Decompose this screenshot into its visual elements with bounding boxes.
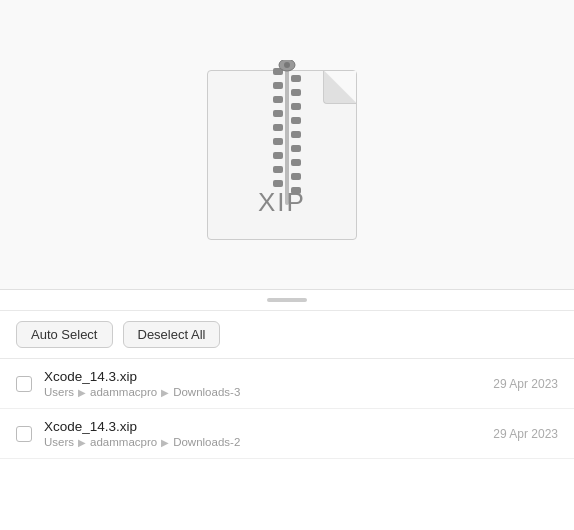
svg-rect-10: [291, 75, 301, 82]
file-info: Xcode_14.3.xipUsers▶adammacpro▶Downloads…: [44, 369, 481, 398]
xip-file-icon: XIP: [207, 50, 367, 240]
path-separator: ▶: [161, 387, 169, 398]
svg-rect-16: [291, 159, 301, 166]
path-separator: ▶: [161, 437, 169, 448]
file-date: 29 Apr 2023: [493, 377, 558, 391]
path-separator: ▶: [78, 387, 86, 398]
svg-rect-11: [291, 89, 301, 96]
svg-point-20: [284, 62, 290, 68]
resize-handle[interactable]: [0, 290, 574, 311]
svg-rect-4: [273, 110, 283, 117]
svg-rect-12: [291, 103, 301, 110]
path-separator: ▶: [78, 437, 86, 448]
svg-rect-17: [291, 173, 301, 180]
handle-bar: [267, 298, 307, 302]
path-segment: Downloads-3: [173, 386, 240, 398]
path-segment: Users: [44, 386, 74, 398]
svg-rect-3: [273, 96, 283, 103]
file-list: Xcode_14.3.xipUsers▶adammacpro▶Downloads…: [0, 359, 574, 459]
file-path: Users▶adammacpro▶Downloads-3: [44, 386, 481, 398]
svg-rect-9: [273, 180, 283, 187]
zipper-icon: [268, 60, 306, 205]
path-segment: adammacpro: [90, 386, 157, 398]
svg-rect-0: [285, 60, 289, 205]
path-segment: Downloads-2: [173, 436, 240, 448]
svg-rect-5: [273, 124, 283, 131]
file-name: Xcode_14.3.xip: [44, 369, 481, 384]
file-item: Xcode_14.3.xipUsers▶adammacpro▶Downloads…: [0, 409, 574, 459]
svg-rect-13: [291, 117, 301, 124]
path-segment: adammacpro: [90, 436, 157, 448]
toolbar: Auto Select Deselect All: [0, 311, 574, 359]
file-path: Users▶adammacpro▶Downloads-2: [44, 436, 481, 448]
file-info: Xcode_14.3.xipUsers▶adammacpro▶Downloads…: [44, 419, 481, 448]
path-segment: Users: [44, 436, 74, 448]
file-date: 29 Apr 2023: [493, 427, 558, 441]
file-checkbox[interactable]: [16, 426, 32, 442]
svg-rect-8: [273, 166, 283, 173]
file-item: Xcode_14.3.xipUsers▶adammacpro▶Downloads…: [0, 359, 574, 409]
svg-rect-2: [273, 82, 283, 89]
svg-rect-15: [291, 145, 301, 152]
deselect-all-button[interactable]: Deselect All: [123, 321, 221, 348]
file-icon-area: XIP: [0, 0, 574, 290]
auto-select-button[interactable]: Auto Select: [16, 321, 113, 348]
xip-label: XIP: [207, 187, 357, 218]
file-name: Xcode_14.3.xip: [44, 419, 481, 434]
svg-rect-6: [273, 138, 283, 145]
svg-rect-7: [273, 152, 283, 159]
svg-rect-14: [291, 131, 301, 138]
file-checkbox[interactable]: [16, 376, 32, 392]
